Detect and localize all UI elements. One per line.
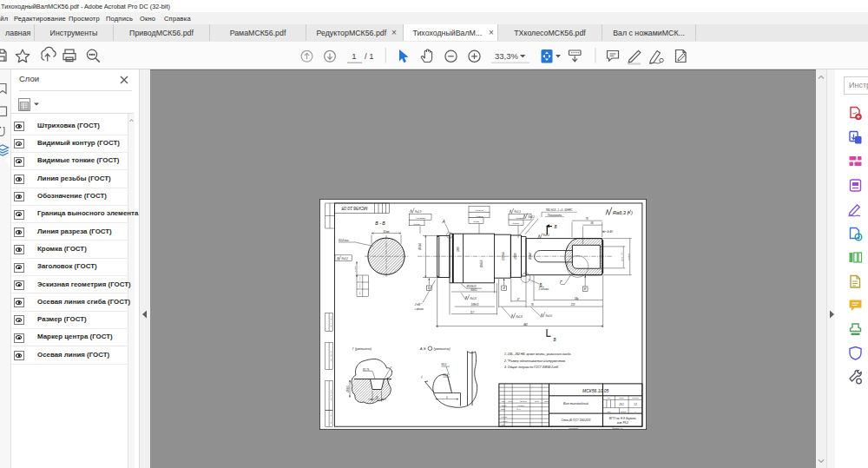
- svg-text:Ø110к6: Ø110к6: [502, 252, 505, 261]
- svg-text:Формат А3: Формат А3: [612, 428, 623, 430]
- svg-text:(увеличено): (увеличено): [434, 347, 450, 351]
- svg-text:Лист: Лист: [508, 401, 513, 403]
- svg-text:5°: 5°: [391, 370, 393, 372]
- svg-text:108h11: 108h11: [470, 303, 479, 307]
- svg-text:28: 28: [375, 396, 378, 399]
- svg-text:№ докум.: № докум.: [520, 401, 528, 403]
- svg-text:Г (увеличено): Г (увеличено): [352, 347, 372, 351]
- svg-text:Пров.: Пров.: [501, 409, 505, 411]
- svg-text:Подп. и дата: Подп. и дата: [330, 316, 332, 328]
- svg-text:2 канавки: 2 канавки: [538, 288, 549, 292]
- svg-text:R0,5: R0,5: [442, 364, 447, 367]
- svg-text:37: 37: [516, 298, 520, 301]
- svg-text:90h11: 90h11: [470, 288, 477, 292]
- svg-text:Ra6,3 (: Ra6,3 (: [613, 211, 629, 216]
- svg-text:А: А: [442, 219, 446, 224]
- svg-text:Масса: Масса: [619, 398, 623, 399]
- svg-text:+ фаска: + фаска: [415, 307, 424, 311]
- svg-text:117: 117: [470, 311, 475, 314]
- svg-text:В: В: [555, 225, 557, 229]
- svg-text:Утв.: Утв.: [501, 425, 505, 426]
- svg-text:Ra1,6: Ra1,6: [546, 314, 553, 318]
- svg-text:А, Б: А, Б: [419, 347, 426, 351]
- svg-text:Ø63к6: Ø63к6: [418, 243, 422, 252]
- svg-text:Ra1,6: Ra1,6: [516, 315, 523, 319]
- svg-text:100мк6: 100мк6: [628, 254, 630, 261]
- svg-text:В - В: В - В: [375, 221, 385, 226]
- svg-text:В: В: [554, 338, 556, 342]
- svg-text:2. *Размер обеспечивается инст: 2. *Размер обеспечивается инструментом.: [503, 359, 566, 363]
- svg-text:1. 235...262 НВ, кроме места,: 1. 235...262 НВ, кроме места, указанного…: [504, 353, 571, 356]
- svg-text:МСК56.10.05: МСК56.10.05: [582, 388, 608, 393]
- svg-text:Подп.: Подп.: [535, 401, 540, 403]
- svg-text:56: 56: [590, 221, 594, 225]
- svg-text:Подп. и дата: Подп. и дата: [330, 412, 332, 425]
- svg-text:Дата: Дата: [544, 401, 549, 403]
- svg-text:/ 1: / 1: [365, 51, 374, 61]
- svg-text:2×45°*: 2×45°*: [414, 303, 423, 307]
- svg-text:1:2: 1:2: [634, 403, 637, 406]
- svg-text:Инв. № подл.: Инв. № подл.: [330, 389, 332, 401]
- svg-text:Полировать: Полировать: [548, 214, 562, 217]
- svg-text:Ra1,9: Ra1,9: [415, 210, 422, 214]
- svg-text:МСК56.10.05: МСК56.10.05: [341, 206, 367, 211]
- svg-text:91мм: 91мм: [384, 230, 390, 234]
- svg-text:3. Общие допуски по ГОСТ 30893: 3. Общие допуски по ГОСТ 30893.2-тК.: [504, 366, 559, 370]
- svg-text:Лит.: Лит.: [608, 398, 611, 399]
- svg-text:Ø120h11: Ø120h11: [466, 286, 477, 289]
- svg-text:76: 76: [530, 303, 534, 307]
- svg-text:Ø100: Ø100: [514, 253, 517, 260]
- svg-text:Масштаб: Масштаб: [632, 398, 639, 399]
- svg-text:14g: 14g: [575, 297, 579, 300]
- svg-text:): ): [630, 211, 633, 216]
- svg-text:1: 1: [635, 411, 635, 412]
- svg-text:Ra1,6: Ra1,6: [470, 297, 477, 300]
- svg-text:Ra0,2: Ra0,2: [529, 215, 536, 219]
- svg-text:Ø95h9: Ø95h9: [480, 260, 483, 269]
- svg-text:Листов: Листов: [621, 411, 626, 412]
- svg-text:Фу М.: Фу М.: [516, 409, 522, 411]
- svg-text:R1,6: R1,6: [444, 374, 449, 378]
- svg-text:Ø58,5: Ø58,5: [346, 386, 350, 393]
- svg-text:МГТУ им. Н.Э. Баумана: МГТУ им. Н.Э. Баумана: [609, 417, 636, 420]
- svg-text:442: 442: [523, 323, 528, 326]
- svg-text:Копировал: Копировал: [569, 428, 579, 430]
- svg-text:Хлыбов А.: Хлыбов А.: [516, 405, 526, 406]
- svg-text:каф. РК-3: каф. РК-3: [617, 421, 628, 425]
- svg-text:29,1: 29,1: [619, 403, 625, 406]
- svg-text:Инв. № дубл.: Инв. № дубл.: [330, 350, 332, 362]
- svg-text:Н.контр.: Н.контр.: [501, 421, 508, 423]
- svg-text:78: 78: [585, 217, 589, 221]
- svg-text:М56...34: М56...34: [621, 253, 623, 261]
- svg-text:1,019: 1,019: [354, 267, 357, 273]
- svg-text:Изм.: Изм.: [502, 401, 506, 403]
- svg-text:Сталь 45 ГОСТ 1050-2013: Сталь 45 ГОСТ 1050-2013: [562, 419, 591, 422]
- svg-text:Ra1,3: Ra1,3: [515, 211, 522, 214]
- svg-text:R0,4 max: R0,4 max: [339, 239, 349, 242]
- svg-text:210: 210: [570, 303, 575, 307]
- svg-text:Ø90: Ø90: [457, 247, 460, 253]
- svg-text:R1,75: R1,75: [363, 368, 370, 372]
- svg-text:1: 1: [352, 51, 356, 61]
- svg-text:Лист: Лист: [607, 411, 610, 412]
- svg-text:Разраб.: Разраб.: [501, 405, 507, 406]
- svg-text:4×45°: 4×45°: [608, 230, 614, 234]
- svg-text:33,3%: 33,3%: [495, 51, 518, 61]
- svg-text:Т.контр.: Т.контр.: [501, 417, 508, 419]
- svg-text:Вал тихоходный: Вал тихоходный: [563, 402, 589, 405]
- svg-text:Ra3,2: Ra3,2: [342, 257, 349, 260]
- svg-text:Ø58к6: Ø58к6: [529, 253, 532, 261]
- svg-text:Ra1,3: Ra1,3: [543, 234, 550, 237]
- svg-text:ТВЧ h0,8...1 +0...50HRC: ТВЧ h0,8...1 +0...50HRC: [546, 209, 574, 213]
- svg-text:Б: Б: [540, 283, 542, 287]
